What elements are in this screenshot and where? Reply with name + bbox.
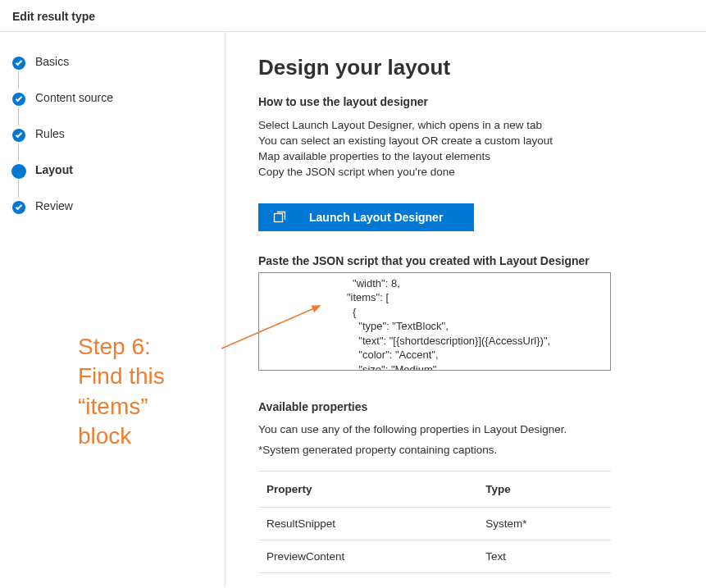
step-label: Content source: [35, 91, 113, 104]
page-header: Edit result type: [0, 0, 706, 32]
json-content: "width": 8, "items": [ { "type": "TextBl…: [266, 276, 604, 371]
available-properties-note: *System generated property containing ca…: [258, 444, 673, 456]
launch-layout-designer-button[interactable]: Launch Layout Designer: [258, 203, 474, 231]
properties-table: Property Type ResultSnippet System* Prev…: [258, 471, 611, 573]
step-basics[interactable]: Basics: [12, 55, 208, 91]
step-label: Basics: [35, 55, 69, 68]
step-label: Rules: [35, 127, 65, 140]
table-row: PreviewContent Text: [258, 540, 611, 572]
wizard-steps: Basics Content source Rules Layout Revie…: [12, 55, 208, 212]
available-properties-desc: You can use any of the following propert…: [258, 423, 673, 435]
cell-property: ResultSnippet: [258, 507, 477, 540]
cell-property: PreviewContent: [258, 540, 477, 572]
cell-type: System*: [477, 507, 611, 540]
cell-type: Text: [477, 540, 611, 572]
available-properties-heading: Available properties: [258, 400, 673, 413]
wizard-sidebar: Basics Content source Rules Layout Revie…: [0, 32, 225, 587]
check-icon: [12, 201, 25, 214]
step-label: Layout: [35, 163, 73, 176]
col-type: Type: [477, 471, 611, 507]
current-step-icon: [11, 164, 26, 179]
json-script-textarea[interactable]: "width": 8, "items": [ { "type": "TextBl…: [258, 272, 611, 371]
howto-instructions: Select Launch Layout Designer, which ope…: [258, 118, 673, 180]
button-label: Launch Layout Designer: [309, 211, 443, 224]
step-review[interactable]: Review: [12, 199, 208, 212]
howto-heading: How to use the layout designer: [258, 95, 673, 108]
page-title: Design your layout: [258, 55, 673, 80]
table-row: ResultSnippet System*: [258, 507, 611, 540]
step-content-source[interactable]: Content source: [12, 91, 208, 127]
check-icon: [12, 93, 25, 106]
col-property: Property: [258, 471, 477, 507]
header-title: Edit result type: [12, 10, 95, 23]
howto-line: Select Launch Layout Designer, which ope…: [258, 118, 673, 134]
check-icon: [12, 57, 25, 70]
step-label: Review: [35, 199, 73, 212]
howto-line: Map available properties to the layout e…: [258, 149, 673, 165]
svg-rect-0: [275, 213, 283, 221]
howto-line: You can select an existing layout OR cre…: [258, 134, 673, 149]
check-icon: [12, 129, 25, 142]
paste-label: Paste the JSON script that you created w…: [258, 254, 673, 267]
howto-line: Copy the JSON script when you're done: [258, 165, 673, 180]
step-layout[interactable]: Layout: [12, 163, 208, 199]
main-panel: Design your layout How to use the layout…: [225, 32, 706, 587]
step-rules[interactable]: Rules: [12, 127, 208, 163]
open-new-tab-icon: [273, 211, 286, 224]
